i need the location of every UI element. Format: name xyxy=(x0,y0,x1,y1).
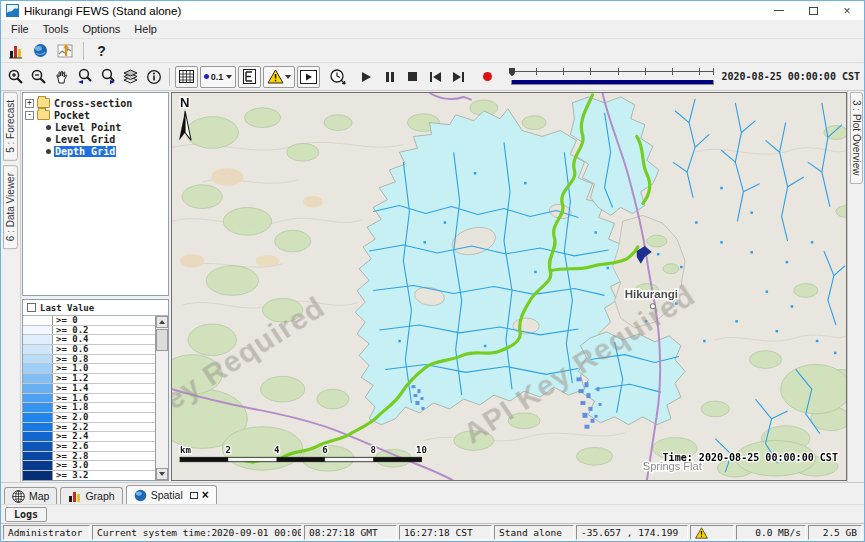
menu-options[interactable]: Options xyxy=(75,22,127,36)
zoom-next-icon xyxy=(99,68,117,85)
skip-end-button[interactable] xyxy=(447,66,470,88)
legend-scrollbar[interactable] xyxy=(155,316,168,480)
layers-icon xyxy=(122,68,139,85)
pan-button[interactable] xyxy=(50,66,73,88)
legend-row[interactable]: >= 2.2 xyxy=(23,423,155,433)
play-button[interactable] xyxy=(355,66,378,88)
clock-icon xyxy=(329,68,346,85)
expand-icon[interactable]: + xyxy=(25,99,34,108)
animation-panel-button[interactable] xyxy=(297,66,320,88)
legend-list: >= 0 >= 0.2 >= 0.4 >= 0.6 >= 0.8 >= 1.0 … xyxy=(23,316,155,480)
tree-item-depth-grid[interactable]: Depth Grid xyxy=(25,145,166,157)
arrow-up-icon xyxy=(159,320,165,324)
tab-data-viewer[interactable]: 6 : Data Viewer xyxy=(3,165,18,249)
tab-map[interactable]: Map xyxy=(4,487,57,504)
zoom-in-icon xyxy=(7,68,24,85)
menu-file[interactable]: File xyxy=(4,22,36,36)
tree-item-cross-section[interactable]: + Cross-section xyxy=(25,97,166,109)
zoom-previous-button[interactable] xyxy=(73,66,96,88)
tree-item-level-grid[interactable]: Level Grid xyxy=(25,133,166,145)
status-warning[interactable] xyxy=(690,525,734,540)
last-value-toggle[interactable]: Last Value xyxy=(23,300,168,316)
menu-help[interactable]: Help xyxy=(127,22,164,36)
legend-value-label: >= 0.8 xyxy=(53,355,155,364)
legend-row[interactable]: >= 1.2 xyxy=(23,374,155,384)
warning-triangle-icon xyxy=(267,69,284,84)
legend-row[interactable]: >= 0.6 xyxy=(23,345,155,355)
svg-text:10: 10 xyxy=(416,445,427,455)
titlebar[interactable]: Hikurangi FEWS (Stand alone) × xyxy=(1,1,864,20)
legend-row[interactable]: >= 2.6 xyxy=(23,442,155,452)
app-logo-icon xyxy=(6,4,19,17)
legend-panel: Last Value >= 0 >= 0.2 >= 0.4 >= 0.6 >= … xyxy=(22,299,169,481)
maximize-button[interactable] xyxy=(796,1,830,20)
legend-value-label: >= 3.2 xyxy=(53,471,155,480)
timeline-slider[interactable] xyxy=(507,66,716,88)
scroll-up-button[interactable] xyxy=(156,316,168,328)
zoom-next-button[interactable] xyxy=(96,66,119,88)
tree-item-label-selected: Depth Grid xyxy=(54,146,116,157)
info-button[interactable] xyxy=(142,66,165,88)
record-button[interactable] xyxy=(476,66,499,88)
legend-row[interactable]: >= 3.2 xyxy=(23,471,155,480)
tree-item-level-point[interactable]: Level Point xyxy=(25,121,166,133)
filter-tree: + Cross-section - Pocket Level Point Lev… xyxy=(22,92,169,296)
map-display-button[interactable] xyxy=(29,40,52,62)
tab-graph[interactable]: Graph xyxy=(60,487,122,504)
svg-text:N: N xyxy=(180,95,189,110)
skip-start-button[interactable] xyxy=(424,66,447,88)
svg-text:8: 8 xyxy=(370,445,375,455)
legend-row[interactable]: >= 0.2 xyxy=(23,326,155,336)
grid-toggle-button[interactable] xyxy=(175,66,198,88)
set-time-button[interactable] xyxy=(326,66,349,88)
left-panel: + Cross-section - Pocket Level Point Lev… xyxy=(21,91,171,482)
menu-tools[interactable]: Tools xyxy=(36,22,76,36)
tree-item-pocket[interactable]: - Pocket xyxy=(25,109,166,121)
legend-row[interactable]: >= 0.4 xyxy=(23,335,155,345)
tab-map-label: Map xyxy=(29,490,49,502)
legend-row[interactable]: >= 0 xyxy=(23,316,155,326)
zoom-previous-icon xyxy=(76,68,94,85)
legend-row[interactable]: >= 1.4 xyxy=(23,384,155,394)
legend-row[interactable]: >= 2.4 xyxy=(23,432,155,442)
timeseries-button[interactable] xyxy=(54,40,77,62)
legend-row[interactable]: >= 1.6 xyxy=(23,394,155,404)
layers-button[interactable] xyxy=(119,66,142,88)
minimize-button[interactable] xyxy=(762,1,796,20)
longitudinal-profile-button[interactable] xyxy=(238,66,261,88)
legend-row[interactable]: >= 2.0 xyxy=(23,413,155,423)
timeline-handle[interactable] xyxy=(509,68,515,77)
scroll-thumb[interactable] xyxy=(156,329,168,351)
legend-value-label: >= 1.4 xyxy=(53,384,155,393)
zoom-out-button[interactable] xyxy=(27,66,50,88)
tab-maximize-icon[interactable] xyxy=(190,492,198,499)
legend-row[interactable]: >= 1.8 xyxy=(23,403,155,413)
zoom-in-button[interactable] xyxy=(4,66,27,88)
legend-row[interactable]: >= 0.8 xyxy=(23,355,155,365)
thresholds-dropdown[interactable] xyxy=(263,66,295,88)
scroll-down-button[interactable] xyxy=(156,468,168,480)
legend-value-label: >= 2.2 xyxy=(53,423,155,432)
contour-threshold-dropdown[interactable]: 0.1 xyxy=(200,66,236,88)
logs-button[interactable]: Logs xyxy=(5,507,47,522)
legend-row[interactable]: >= 1.0 xyxy=(23,364,155,374)
tab-close-icon[interactable]: × xyxy=(202,489,209,501)
help-button[interactable]: ? xyxy=(90,40,113,62)
tab-spatial[interactable]: Spatial × xyxy=(126,485,217,504)
statistics-button[interactable] xyxy=(4,40,27,62)
legend-row[interactable]: >= 3.0 xyxy=(23,461,155,471)
pause-button[interactable] xyxy=(378,66,401,88)
close-button[interactable]: × xyxy=(830,1,864,20)
tree-item-label: Level Grid xyxy=(54,134,116,145)
map-view: API Key Required API Key Required Hikura… xyxy=(171,92,847,481)
status-local-time: 16:27:18 CST xyxy=(399,525,492,540)
legend-row[interactable]: >= 2.8 xyxy=(23,452,155,462)
map-canvas[interactable]: API Key Required API Key Required Hikura… xyxy=(172,93,846,480)
tab-plot-overview[interactable]: 3 : Plot Overview xyxy=(850,92,863,184)
collapse-icon[interactable]: - xyxy=(25,111,34,120)
checkbox-icon[interactable] xyxy=(27,303,36,312)
tab-forecast[interactable]: 5 : Forecast xyxy=(3,92,18,161)
bar-chart-icon xyxy=(68,490,81,503)
timeseries-icon xyxy=(57,43,74,59)
stop-button[interactable] xyxy=(401,66,424,88)
